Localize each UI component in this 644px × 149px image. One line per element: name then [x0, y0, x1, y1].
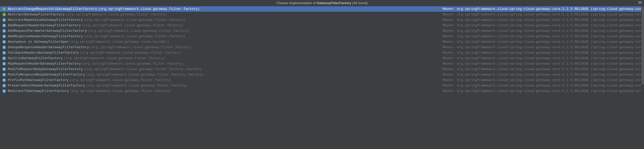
class-name: PreserveHostHeaderGatewayFilterFactory: [8, 84, 85, 88]
package-name: (org.springframework.cloud.gateway.filte…: [82, 62, 183, 66]
location-text: Maven: org.springframework.cloud:spring-…: [443, 84, 644, 88]
class-icon: C: [2, 34, 6, 39]
svg-rect-1: [639, 2, 642, 2]
dialog-title: Choose Implementation of GatewayFilterFa…: [276, 1, 368, 5]
class-icon: C: [2, 78, 6, 82]
class-name: RedirectToGatewayFilterFactory: [8, 89, 69, 93]
class-name: FallbackHeadersGatewayFilterFactory: [8, 51, 79, 55]
class-icon: C: [2, 73, 6, 77]
list-item[interactable]: CHystrixGatewayFilterFactory(org.springf…: [0, 55, 644, 61]
scrollbar-thumb[interactable]: [642, 6, 644, 85]
class-name: ModifyRequestBodyGatewayFilterFactory: [8, 67, 83, 71]
package-name: (org.springframework.cloud.gateway.filte…: [84, 67, 202, 71]
package-name: (org.springframework.cloud.gateway.filte…: [80, 51, 181, 55]
location-text: Maven: org.springframework.cloud:spring-…: [443, 13, 644, 16]
interface-icon: I: [2, 7, 6, 11]
list-item[interactable]: CPreserveHostHeaderGatewayFilterFactory(…: [0, 83, 644, 88]
package-name: (org.springframework.cloud.gateway.filte…: [86, 73, 203, 77]
location-text: Maven: org.springframework.cloud:spring-…: [443, 23, 644, 27]
location-text: Maven: org.springframework.cloud:spring-…: [443, 56, 644, 60]
class-icon: C: [2, 67, 6, 71]
dialog-header: Choose Implementation of GatewayFilterFa…: [0, 0, 644, 6]
class-icon: C: [2, 40, 6, 44]
class-name: MapRequestHeaderGatewayFilterFactory: [8, 62, 81, 66]
package-name: (org.springframework.cloud.gateway.filte…: [84, 34, 185, 38]
location-text: Maven: org.springframework.cloud:spring-…: [443, 62, 644, 66]
class-name: AddRequestHeaderGatewayFilterFactory: [8, 23, 81, 27]
location-text: Maven: org.springframework.cloud:spring-…: [443, 34, 644, 38]
list-item[interactable]: CAbstractNameValueGatewayFilterFactory(o…: [0, 17, 644, 23]
list-item[interactable]: CAddRequestParameterGatewayFilterFactory…: [0, 28, 644, 34]
list-item[interactable]: IAbstractGatewayFilterFactory(org.spring…: [0, 12, 644, 17]
location-text: Maven: org.springframework.cloud:spring-…: [443, 29, 644, 33]
location-text: Maven: org.springframework.cloud:spring-…: [443, 7, 644, 11]
vertical-scrollbar[interactable]: [641, 6, 644, 94]
interface-icon: I: [2, 13, 6, 17]
location-text: Maven: org.springframework.cloud:spring-…: [443, 18, 644, 22]
list-item[interactable]: CAddResponseHeaderGatewayFilterFactory(o…: [0, 34, 644, 39]
class-name: AbstractNameValueGatewayFilterFactory: [8, 18, 83, 22]
package-name: (org.springframework.cloud.gateway.filte…: [86, 84, 187, 88]
location-text: Maven: org.springframework.cloud:spring-…: [443, 73, 644, 77]
class-icon: C: [2, 56, 6, 60]
list-item[interactable]: CAnonymous in GatewayFilterSpec(org.spri…: [0, 39, 644, 45]
location-text: Maven: org.springframework.cloud:spring-…: [443, 67, 644, 71]
class-name: DedupeResponseHeaderGatewayFilterFactory: [8, 45, 89, 49]
location-text: Maven: org.springframework.cloud:spring-…: [443, 40, 644, 44]
class-name: Anonymous in GatewayFilterSpec: [8, 40, 69, 44]
class-name: AbstractChangeRequestUriGatewayFilterFac…: [8, 7, 97, 11]
package-name: (org.springframework.cloud.gateway.filte…: [90, 45, 191, 49]
list-item[interactable]: CModifyRequestBodyGatewayFilterFactory(o…: [0, 66, 644, 72]
list-item[interactable]: IAbstractChangeRequestUriGatewayFilterFa…: [0, 6, 644, 12]
title-target: GatewayFilterFactory: [317, 1, 351, 5]
list-item[interactable]: CModifyResponseBodyGatewayFilterFactory(…: [0, 72, 644, 77]
pin-icon[interactable]: [638, 1, 642, 5]
package-name: (org.springframework.cloud.gateway.filte…: [88, 29, 189, 33]
class-name: PrefixPathGatewayFilterFactory: [8, 78, 69, 82]
list-item[interactable]: CRedirectToGatewayFilterFactory(org.spri…: [0, 88, 644, 94]
class-icon: C: [2, 62, 6, 66]
class-icon: C: [2, 23, 6, 28]
list-item[interactable]: CDedupeResponseHeaderGatewayFilterFactor…: [0, 45, 644, 50]
location-text: Maven: org.springframework.cloud:spring-…: [443, 89, 644, 93]
class-name: ModifyResponseBodyGatewayFilterFactory: [8, 73, 85, 77]
list-item[interactable]: CFallbackHeadersGatewayFilterFactory(org…: [0, 50, 644, 55]
class-icon: C: [2, 18, 6, 22]
package-name: (org.springframework.cloud.gateway.filte…: [84, 18, 185, 22]
class-name: AddRequestParameterGatewayFilterFactory: [8, 29, 87, 33]
package-name: (org.springframework.cloud.gateway.route…: [70, 40, 169, 44]
class-icon: C: [2, 29, 6, 33]
list-item[interactable]: CMapRequestHeaderGatewayFilterFactory(or…: [0, 61, 644, 66]
title-prefix: Choose Implementation of: [276, 1, 317, 5]
implementation-list: IAbstractChangeRequestUriGatewayFilterFa…: [0, 6, 644, 94]
class-icon: C: [2, 45, 6, 49]
title-suffix: (39 found): [351, 1, 368, 5]
class-name: AbstractGatewayFilterFactory: [8, 13, 65, 16]
class-icon: C: [2, 84, 6, 88]
location-text: Maven: org.springframework.cloud:spring-…: [443, 45, 644, 49]
package-name: (org.springframework.cloud.gateway.filte…: [66, 13, 167, 16]
package-name: (org.springframework.cloud.gateway.filte…: [70, 78, 171, 82]
package-name: (org.springframework.cloud.gateway.filte…: [64, 56, 165, 60]
package-name: (org.springframework.cloud.gateway.filte…: [70, 89, 171, 93]
location-text: Maven: org.springframework.cloud:spring-…: [443, 78, 644, 82]
location-text: Maven: org.springframework.cloud:spring-…: [443, 51, 644, 55]
class-icon: C: [2, 89, 6, 93]
class-name: AddResponseHeaderGatewayFilterFactory: [8, 34, 83, 38]
class-name: HystrixGatewayFilterFactory: [8, 56, 63, 60]
list-item[interactable]: CAddRequestHeaderGatewayFilterFactory(or…: [0, 23, 644, 28]
list-item[interactable]: CPrefixPathGatewayFilterFactory(org.spri…: [0, 77, 644, 83]
package-name: (org.springframework.cloud.gateway.filte…: [82, 23, 183, 27]
class-icon: C: [2, 51, 6, 55]
package-name: (org.springframework.cloud.gateway.filte…: [98, 7, 199, 11]
